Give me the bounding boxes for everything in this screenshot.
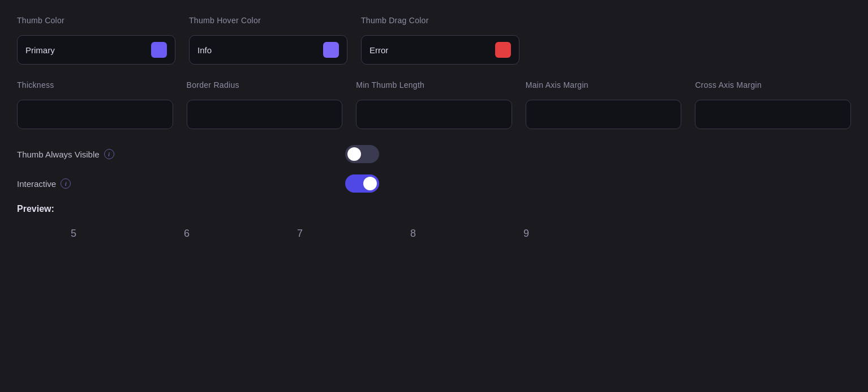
thumb-hover-color-swatch <box>323 42 339 58</box>
thumb-always-visible-toggle[interactable] <box>345 145 379 163</box>
thumb-hover-color-label: Thumb Hover Color <box>189 16 347 25</box>
thumb-hover-color-select[interactable]: Info <box>189 35 347 65</box>
thumb-color-select[interactable]: Primary <box>17 35 175 65</box>
thumb-drag-color-group: Thumb Drag Color Error <box>361 16 519 65</box>
color-selects-row: Thumb Color Primary Thumb Hover Color In… <box>17 16 851 65</box>
main-axis-margin-group: Main Axis Margin <box>526 80 682 129</box>
border-radius-group: Border Radius <box>187 80 343 129</box>
thumb-drag-color-select[interactable]: Error <box>361 35 519 65</box>
preview-number-9: 9 <box>470 228 583 240</box>
main-axis-margin-input[interactable] <box>526 100 682 129</box>
interactive-label: Interactive <box>17 179 56 189</box>
number-inputs-row: Thickness Border Radius Min Thumb Length… <box>17 80 851 129</box>
main-axis-margin-label: Main Axis Margin <box>526 80 682 90</box>
thumb-drag-color-swatch <box>495 42 511 58</box>
thumb-always-visible-label-group: Thumb Always Visible i <box>17 149 345 159</box>
preview-label: Preview: <box>17 204 851 214</box>
thumb-hover-color-group: Thumb Hover Color Info <box>189 16 347 65</box>
thickness-input[interactable] <box>17 100 173 129</box>
thumb-color-label: Thumb Color <box>17 16 175 25</box>
border-radius-input[interactable] <box>187 100 343 129</box>
interactive-toggle[interactable] <box>345 174 379 193</box>
thumb-always-visible-row: Thumb Always Visible i <box>17 145 851 163</box>
preview-number-6: 6 <box>130 228 243 240</box>
interactive-row: Interactive i <box>17 174 851 193</box>
interactive-info-icon[interactable]: i <box>61 178 71 189</box>
cross-axis-margin-group: Cross Axis Margin <box>695 80 851 129</box>
min-thumb-length-group: Min Thumb Length <box>356 80 512 129</box>
thumb-always-visible-label: Thumb Always Visible <box>17 150 100 159</box>
thumb-color-swatch <box>151 42 167 58</box>
thumb-drag-color-value: Error <box>369 45 388 55</box>
thumb-always-visible-knob <box>347 147 361 161</box>
thumb-color-group: Thumb Color Primary <box>17 16 175 65</box>
preview-section: Preview: 5 6 7 8 9 <box>17 204 851 240</box>
thumb-hover-color-value: Info <box>197 45 212 55</box>
thumb-color-value: Primary <box>25 45 55 55</box>
min-thumb-length-input[interactable] <box>356 100 512 129</box>
cross-axis-margin-input[interactable] <box>695 100 851 129</box>
border-radius-label: Border Radius <box>187 80 343 90</box>
thumb-drag-color-label: Thumb Drag Color <box>361 16 519 25</box>
interactive-knob <box>363 177 377 190</box>
thickness-group: Thickness <box>17 80 173 129</box>
thickness-label: Thickness <box>17 80 173 90</box>
preview-numbers: 5 6 7 8 9 <box>17 228 851 240</box>
preview-number-7: 7 <box>243 228 356 240</box>
thumb-always-visible-info-icon[interactable]: i <box>104 149 114 159</box>
interactive-label-group: Interactive i <box>17 178 345 189</box>
preview-number-5: 5 <box>17 228 130 240</box>
preview-number-8: 8 <box>356 228 470 240</box>
min-thumb-length-label: Min Thumb Length <box>356 80 512 90</box>
cross-axis-margin-label: Cross Axis Margin <box>695 80 851 90</box>
